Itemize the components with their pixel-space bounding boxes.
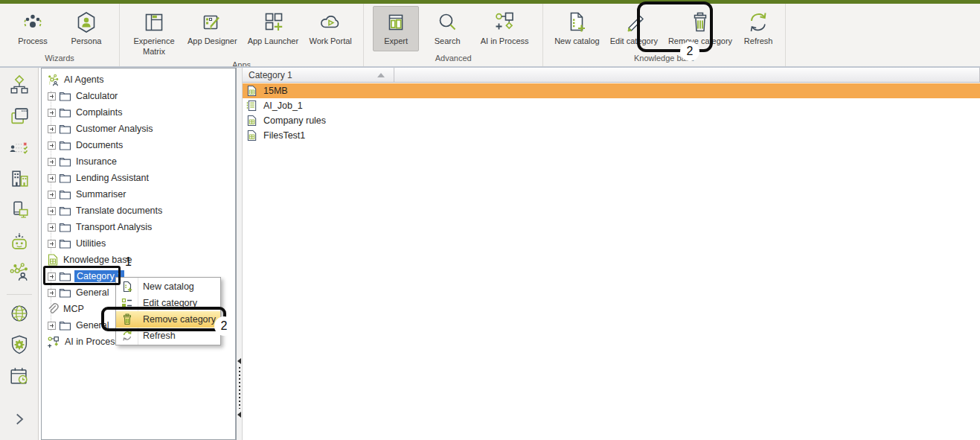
ribbon-button-expert[interactable]: Expert — [373, 6, 419, 51]
ribbon-button-ai-in-process[interactable]: AI in Process — [475, 6, 534, 51]
rail-expand-button[interactable] — [6, 408, 33, 430]
tree-item-lending-assistant[interactable]: Lending Assistant — [42, 170, 149, 186]
tree-item-label: MCP — [63, 304, 84, 314]
tree-expander-icon[interactable] — [48, 174, 56, 182]
folder-icon — [59, 271, 71, 282]
tree-expander-icon[interactable] — [48, 223, 56, 232]
rail-button-globe[interactable] — [6, 302, 33, 325]
tree-item-insurance[interactable]: Insurance — [42, 153, 117, 170]
splitter-grip[interactable] — [237, 358, 242, 418]
tree-item-label: Customer Analysis — [76, 124, 153, 134]
ai-in-process-icon — [493, 10, 516, 34]
tree-item-utilities[interactable]: Utilities — [42, 235, 106, 252]
column-header-category[interactable]: Category 1 — [243, 68, 394, 82]
context-menu-item-remove-category[interactable]: Remove category — [116, 311, 220, 328]
ribbon-button-refresh[interactable]: Refresh — [740, 6, 776, 51]
rail-button-calendar[interactable] — [6, 365, 33, 387]
ribbon: ProcessPersonaWizardsExperience MatrixAp… — [0, 4, 980, 66]
context-menu-item-label: New catalog — [143, 281, 194, 292]
ribbon-button-remove-category[interactable]: Remove category — [666, 6, 734, 51]
ribbon-button-search[interactable]: Search — [425, 6, 470, 51]
tree-item-general[interactable]: General — [42, 284, 109, 301]
tree-item-knowledge-base[interactable]: Knowledge base — [42, 252, 132, 268]
left-navigation-rail — [0, 68, 39, 440]
tree-expander-icon[interactable] — [48, 141, 56, 150]
tree-item-mcp[interactable]: MCP — [42, 301, 84, 317]
ribbon-button-label: Persona — [71, 36, 102, 47]
context-menu-item-new-catalog[interactable]: New catalog — [116, 278, 220, 295]
category-file-list-panel: Category 1 15MBAI_Job_1Company rulesFile… — [243, 68, 980, 440]
ribbon-button-app-launcher[interactable]: App Launcher — [246, 6, 301, 58]
tree-item-label: Utilities — [76, 238, 106, 249]
context-menu-item-edit-category[interactable]: Edit category — [116, 295, 220, 311]
tree-expander-icon[interactable] — [48, 272, 56, 281]
tree-item-label: Transport Analysis — [76, 222, 152, 232]
organization-icon — [8, 168, 31, 190]
new-catalog-icon — [565, 10, 589, 34]
menu-remove-category-icon — [116, 313, 138, 325]
ribbon-button-label: Work Portal — [310, 36, 352, 47]
tree-expander-icon[interactable] — [48, 240, 56, 248]
tree-expander-icon[interactable] — [48, 289, 56, 297]
rail-button-bot[interactable] — [6, 230, 33, 252]
folder-icon — [59, 91, 71, 102]
folder-icon — [59, 222, 71, 233]
list-row-ai-job-1[interactable]: AI_Job_1 — [243, 98, 980, 113]
ribbon-button-edit-category[interactable]: Edit category — [608, 6, 660, 51]
tree-item-summariser[interactable]: Summariser — [42, 186, 126, 203]
folder-icon — [59, 124, 71, 135]
tree-item-label: Summariser — [76, 189, 126, 200]
project-tree-panel: AI AgentsCalculatorComplaintsCustomer An… — [41, 68, 236, 440]
tree-item-complaints[interactable]: Complaints — [42, 104, 123, 121]
menu-refresh-icon — [116, 330, 138, 342]
context-menu-item-refresh[interactable]: Refresh — [116, 328, 220, 344]
tree-item-category-1[interactable]: Category 1 — [42, 268, 124, 284]
rail-button-forms[interactable] — [6, 105, 33, 127]
tree-expander-icon[interactable] — [48, 125, 56, 133]
tree-item-ai-agents[interactable]: AI Agents — [42, 71, 104, 88]
file-grid-icon — [246, 115, 257, 127]
tree-item-calculator[interactable]: Calculator — [42, 88, 118, 104]
folder-icon — [59, 140, 71, 151]
tree-item-customer-analysis[interactable]: Customer Analysis — [42, 121, 153, 137]
tree-item-label: Documents — [76, 140, 123, 150]
ribbon-button-app-designer[interactable]: App Designer — [185, 6, 240, 58]
ribbon-button-new-catalog[interactable]: New catalog — [552, 6, 602, 51]
tree-expander-icon[interactable] — [48, 109, 56, 117]
ribbon-button-process[interactable]: Process — [9, 6, 57, 51]
rail-button-approval[interactable] — [6, 136, 33, 159]
rail-button-security[interactable] — [6, 334, 33, 356]
ribbon-button-experience-matrix[interactable]: Experience Matrix — [129, 6, 179, 58]
tree-item-translate-documents[interactable]: Translate documents — [42, 203, 162, 219]
tree-expander-icon[interactable] — [48, 158, 56, 166]
tree-expander-icon[interactable] — [48, 191, 56, 199]
tree-item-ai-in-process[interactable]: AI in Process — [42, 334, 120, 350]
calendar-icon — [8, 365, 31, 387]
list-row-company-rules[interactable]: Company rules — [243, 113, 980, 128]
tree-expander-icon[interactable] — [48, 322, 56, 330]
security-icon — [8, 334, 31, 356]
tree-item-label: AI in Process — [65, 337, 120, 347]
panel-splitter[interactable] — [236, 68, 243, 440]
rail-button-devices[interactable] — [6, 199, 33, 221]
ribbon-button-persona[interactable]: Persona — [63, 6, 110, 51]
tree-expander-icon[interactable] — [48, 92, 56, 101]
ribbon-button-label: Process — [18, 36, 48, 47]
ribbon-button-label: App Launcher — [248, 36, 299, 47]
ribbon-group-buttons: New catalogEdit categoryRemove categoryR… — [552, 4, 776, 51]
rail-button-ai-agent[interactable] — [6, 261, 33, 284]
list-row-filestest1[interactable]: FilesTest1 — [243, 128, 980, 143]
tree-item-transport-analysis[interactable]: Transport Analysis — [42, 219, 152, 235]
expert-icon — [384, 10, 408, 34]
tree-item-general[interactable]: General — [42, 317, 109, 334]
tree-item-documents[interactable]: Documents — [42, 137, 123, 153]
rail-button-organization[interactable] — [6, 168, 33, 190]
ribbon-button-label: App Designer — [188, 36, 237, 47]
bot-icon — [8, 230, 31, 252]
list-row-15mb[interactable]: 15MB — [243, 83, 980, 98]
ribbon-button-work-portal[interactable]: Work Portal — [307, 6, 354, 58]
work-portal-icon — [318, 10, 342, 34]
tree-expander-icon[interactable] — [48, 207, 56, 215]
rail-button-hierarchy[interactable] — [6, 74, 33, 96]
folder-icon — [59, 238, 71, 249]
